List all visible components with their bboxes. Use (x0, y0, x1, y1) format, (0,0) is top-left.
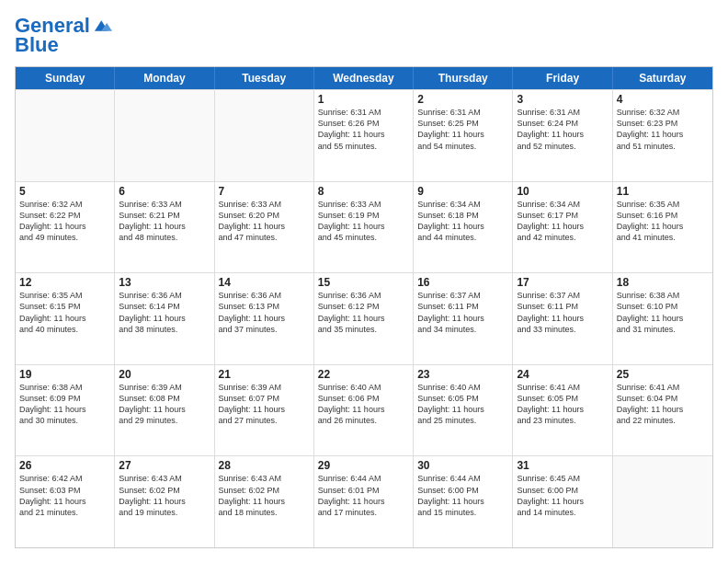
day-number: 2 (417, 93, 508, 106)
day-number: 15 (318, 276, 409, 289)
day-number: 16 (417, 276, 508, 289)
calendar-cell: 8Sunrise: 6:33 AM Sunset: 6:19 PM Daylig… (314, 182, 414, 273)
calendar-header: SundayMondayTuesdayWednesdayThursdayFrid… (16, 67, 712, 89)
cell-text: Sunrise: 6:39 AM Sunset: 6:08 PM Dayligh… (119, 382, 210, 427)
cell-text: Sunrise: 6:45 AM Sunset: 6:00 PM Dayligh… (517, 473, 608, 518)
calendar-row: 19Sunrise: 6:38 AM Sunset: 6:09 PM Dayli… (16, 364, 712, 456)
calendar-cell: 11Sunrise: 6:35 AM Sunset: 6:16 PM Dayli… (613, 182, 712, 273)
cell-text: Sunrise: 6:36 AM Sunset: 6:13 PM Dayligh… (219, 290, 310, 335)
calendar-cell (613, 456, 712, 547)
day-number: 1 (318, 93, 409, 106)
cell-text: Sunrise: 6:40 AM Sunset: 6:05 PM Dayligh… (417, 382, 508, 427)
calendar-cell: 18Sunrise: 6:38 AM Sunset: 6:10 PM Dayli… (613, 273, 712, 364)
day-number: 12 (19, 276, 110, 289)
cell-text: Sunrise: 6:35 AM Sunset: 6:16 PM Dayligh… (617, 199, 709, 244)
cell-text: Sunrise: 6:43 AM Sunset: 6:02 PM Dayligh… (119, 473, 210, 518)
weekday-header: Sunday (16, 67, 115, 89)
weekday-header: Wednesday (314, 67, 414, 89)
day-number: 3 (517, 93, 608, 106)
calendar-body: 1Sunrise: 6:31 AM Sunset: 6:26 PM Daylig… (16, 89, 712, 547)
calendar-cell: 7Sunrise: 6:33 AM Sunset: 6:20 PM Daylig… (215, 182, 314, 273)
day-number: 11 (617, 185, 709, 198)
page: General Blue SundayMondayTuesdayWednesda… (0, 0, 728, 563)
calendar-cell: 16Sunrise: 6:37 AM Sunset: 6:11 PM Dayli… (414, 273, 513, 364)
calendar-cell: 17Sunrise: 6:37 AM Sunset: 6:11 PM Dayli… (513, 273, 612, 364)
cell-text: Sunrise: 6:31 AM Sunset: 6:24 PM Dayligh… (517, 107, 608, 152)
day-number: 22 (318, 368, 409, 381)
cell-text: Sunrise: 6:31 AM Sunset: 6:26 PM Dayligh… (318, 107, 409, 152)
calendar-cell: 30Sunrise: 6:44 AM Sunset: 6:00 PM Dayli… (414, 456, 513, 547)
day-number: 31 (517, 459, 608, 472)
cell-text: Sunrise: 6:32 AM Sunset: 6:22 PM Dayligh… (19, 199, 110, 244)
day-number: 17 (517, 276, 608, 289)
cell-text: Sunrise: 6:33 AM Sunset: 6:20 PM Dayligh… (219, 199, 310, 244)
calendar-cell: 29Sunrise: 6:44 AM Sunset: 6:01 PM Dayli… (314, 456, 414, 547)
calendar-cell: 6Sunrise: 6:33 AM Sunset: 6:21 PM Daylig… (115, 182, 214, 273)
calendar-cell: 28Sunrise: 6:43 AM Sunset: 6:02 PM Dayli… (215, 456, 314, 547)
cell-text: Sunrise: 6:41 AM Sunset: 6:04 PM Dayligh… (617, 382, 709, 427)
calendar-cell: 5Sunrise: 6:32 AM Sunset: 6:22 PM Daylig… (16, 182, 115, 273)
cell-text: Sunrise: 6:42 AM Sunset: 6:03 PM Dayligh… (19, 473, 110, 518)
calendar-row: 5Sunrise: 6:32 AM Sunset: 6:22 PM Daylig… (16, 181, 712, 273)
day-number: 7 (219, 185, 310, 198)
calendar-cell: 2Sunrise: 6:31 AM Sunset: 6:25 PM Daylig… (414, 90, 513, 181)
cell-text: Sunrise: 6:44 AM Sunset: 6:01 PM Dayligh… (318, 473, 409, 518)
cell-text: Sunrise: 6:40 AM Sunset: 6:06 PM Dayligh… (318, 382, 409, 427)
calendar-cell: 12Sunrise: 6:35 AM Sunset: 6:15 PM Dayli… (16, 273, 115, 364)
calendar-cell: 24Sunrise: 6:41 AM Sunset: 6:05 PM Dayli… (513, 365, 612, 456)
day-number: 14 (219, 276, 310, 289)
weekday-header: Saturday (613, 67, 712, 89)
cell-text: Sunrise: 6:32 AM Sunset: 6:23 PM Dayligh… (617, 107, 709, 152)
cell-text: Sunrise: 6:36 AM Sunset: 6:12 PM Dayligh… (318, 290, 409, 335)
day-number: 19 (19, 368, 110, 381)
calendar-cell (115, 90, 214, 181)
calendar-cell: 27Sunrise: 6:43 AM Sunset: 6:02 PM Dayli… (115, 456, 214, 547)
day-number: 6 (119, 185, 210, 198)
calendar-cell: 23Sunrise: 6:40 AM Sunset: 6:05 PM Dayli… (414, 365, 513, 456)
calendar-row: 26Sunrise: 6:42 AM Sunset: 6:03 PM Dayli… (16, 455, 712, 547)
day-number: 4 (617, 93, 709, 106)
cell-text: Sunrise: 6:37 AM Sunset: 6:11 PM Dayligh… (417, 290, 508, 335)
calendar-cell: 22Sunrise: 6:40 AM Sunset: 6:06 PM Dayli… (314, 365, 414, 456)
header: General Blue (15, 15, 713, 57)
cell-text: Sunrise: 6:36 AM Sunset: 6:14 PM Dayligh… (119, 290, 210, 335)
cell-text: Sunrise: 6:33 AM Sunset: 6:21 PM Dayligh… (119, 199, 210, 244)
day-number: 29 (318, 459, 409, 472)
cell-text: Sunrise: 6:41 AM Sunset: 6:05 PM Dayligh… (517, 382, 608, 427)
cell-text: Sunrise: 6:38 AM Sunset: 6:10 PM Dayligh… (617, 290, 709, 335)
logo: General Blue (15, 15, 112, 57)
day-number: 25 (617, 368, 709, 381)
calendar-cell: 14Sunrise: 6:36 AM Sunset: 6:13 PM Dayli… (215, 273, 314, 364)
calendar-cell: 1Sunrise: 6:31 AM Sunset: 6:26 PM Daylig… (314, 90, 414, 181)
weekday-header: Friday (513, 67, 612, 89)
calendar-row: 12Sunrise: 6:35 AM Sunset: 6:15 PM Dayli… (16, 272, 712, 364)
day-number: 27 (119, 459, 210, 472)
day-number: 23 (417, 368, 508, 381)
calendar-cell: 4Sunrise: 6:32 AM Sunset: 6:23 PM Daylig… (613, 90, 712, 181)
day-number: 30 (417, 459, 508, 472)
day-number: 5 (19, 185, 110, 198)
calendar-cell: 15Sunrise: 6:36 AM Sunset: 6:12 PM Dayli… (314, 273, 414, 364)
cell-text: Sunrise: 6:37 AM Sunset: 6:11 PM Dayligh… (517, 290, 608, 335)
day-number: 28 (219, 459, 310, 472)
cell-text: Sunrise: 6:44 AM Sunset: 6:00 PM Dayligh… (417, 473, 508, 518)
day-number: 26 (19, 459, 110, 472)
calendar-cell: 10Sunrise: 6:34 AM Sunset: 6:17 PM Dayli… (513, 182, 612, 273)
weekday-header: Thursday (414, 67, 513, 89)
cell-text: Sunrise: 6:43 AM Sunset: 6:02 PM Dayligh… (219, 473, 310, 518)
weekday-header: Tuesday (215, 67, 314, 89)
day-number: 24 (517, 368, 608, 381)
calendar-cell (16, 90, 115, 181)
calendar-cell: 3Sunrise: 6:31 AM Sunset: 6:24 PM Daylig… (513, 90, 612, 181)
cell-text: Sunrise: 6:38 AM Sunset: 6:09 PM Dayligh… (19, 382, 110, 427)
day-number: 9 (417, 185, 508, 198)
calendar-cell: 25Sunrise: 6:41 AM Sunset: 6:04 PM Dayli… (613, 365, 712, 456)
calendar-cell: 20Sunrise: 6:39 AM Sunset: 6:08 PM Dayli… (115, 365, 214, 456)
cell-text: Sunrise: 6:39 AM Sunset: 6:07 PM Dayligh… (219, 382, 310, 427)
day-number: 13 (119, 276, 210, 289)
day-number: 18 (617, 276, 709, 289)
cell-text: Sunrise: 6:34 AM Sunset: 6:18 PM Dayligh… (417, 199, 508, 244)
cell-text: Sunrise: 6:34 AM Sunset: 6:17 PM Dayligh… (517, 199, 608, 244)
calendar-cell: 9Sunrise: 6:34 AM Sunset: 6:18 PM Daylig… (414, 182, 513, 273)
day-number: 8 (318, 185, 409, 198)
